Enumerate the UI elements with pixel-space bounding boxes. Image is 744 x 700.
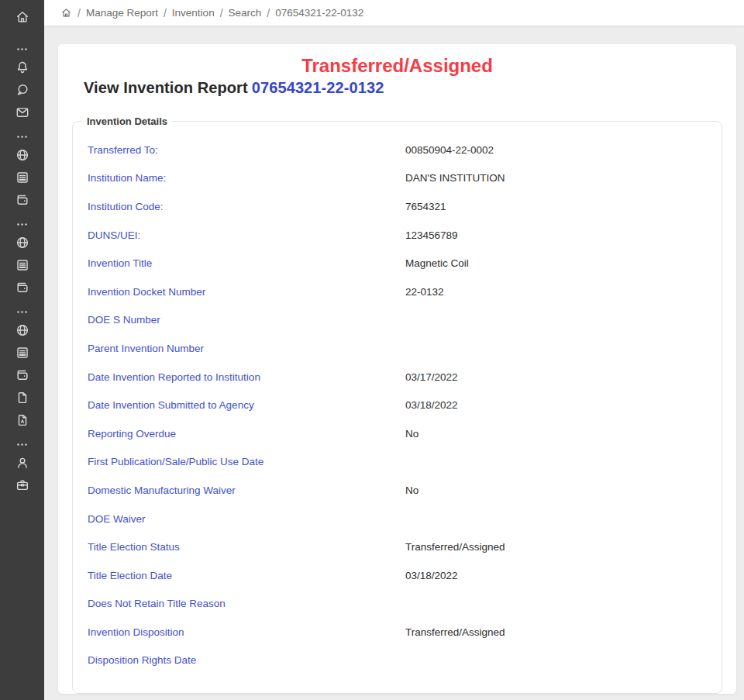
globe-icon [15, 322, 30, 338]
page-title: View Invention Report07654321-22-0132 [84, 79, 736, 97]
field-label: Institution Name: [88, 172, 405, 184]
field-value: 03/18/2022 [405, 570, 722, 581]
detail-row: Invention Title Magnetic Coil [73, 249, 722, 278]
detail-row: Parent Invention Number [73, 334, 722, 363]
ellipsis-divider-icon [16, 443, 28, 447]
breadcrumb-separator: / [267, 7, 270, 19]
field-value: 00850904-22-0002 [405, 144, 722, 156]
home-icon [15, 9, 30, 25]
mail-icon [15, 105, 30, 120]
detail-row: Disposition Rights Date [73, 647, 722, 675]
detail-row: Title Election Date 03/18/2022 [73, 561, 722, 590]
field-value: 22-0132 [405, 286, 722, 298]
field-label: DUNS/UEI: [88, 229, 405, 241]
sidebar-briefcase-button[interactable] [9, 477, 36, 494]
field-value: Magnetic Coil [405, 257, 722, 269]
sidebar-pdf-file-button[interactable] [9, 412, 36, 429]
field-value: Transferred/Assigned [405, 541, 722, 553]
field-label: Does Not Retain Title Reason [88, 598, 405, 609]
detail-row: DOE S Number [73, 306, 722, 335]
field-value: 7654321 [405, 201, 722, 212]
detail-row: Invention Docket Number 22-0132 [73, 278, 722, 306]
breadcrumb-current: 07654321-22-0132 [275, 7, 363, 19]
sidebar-globe-button[interactable] [9, 322, 36, 339]
field-value: 03/17/2022 [405, 371, 722, 383]
field-label: First Publication/Sale/Public Use Date [88, 456, 405, 467]
person-icon [15, 455, 30, 471]
field-label: Date Invention Submitted to Agency [88, 399, 405, 411]
invention-details-fieldset: Invention Details Transferred To: 008509… [72, 116, 722, 694]
field-label: Domestic Manufacturing Waiver [88, 484, 405, 496]
breadcrumb-separator: / [220, 7, 223, 19]
breadcrumb-link[interactable]: Manage Report [86, 7, 158, 19]
report-number-link[interactable]: 07654321-22-0132 [252, 79, 384, 96]
detail-row: Does Not Retain Title Reason [73, 590, 722, 619]
detail-row: DOE Waiver [73, 505, 722, 533]
detail-row: Title Election Status Transferred/Assign… [73, 533, 722, 561]
field-label: Invention Docket Number [88, 286, 405, 298]
wallet-icon [15, 192, 30, 208]
sidebar-wallet-button[interactable] [9, 367, 36, 384]
field-label: Reporting Overdue [88, 428, 405, 440]
field-label: Transferred To: [88, 144, 405, 156]
sidebar-wallet-button[interactable] [9, 191, 36, 209]
detail-row: First Publication/Sale/Public Use Date [73, 448, 722, 477]
sidebar-document-button[interactable] [9, 169, 36, 186]
detail-row: Date Invention Reported to Institution 0… [73, 363, 722, 391]
chat-icon [15, 82, 30, 98]
field-label: Invention Disposition [88, 626, 405, 638]
sidebar-person-button[interactable] [9, 454, 36, 471]
field-label: Parent Invention Number [88, 343, 405, 354]
detail-row: Institution Name: DAN'S INSTITUTION [73, 164, 722, 193]
sidebar-document-button[interactable] [9, 257, 36, 274]
breadcrumb-separator: / [78, 7, 81, 19]
field-label: Title Election Status [88, 541, 405, 553]
detail-row: Transferred To: 00850904-22-0002 [73, 136, 722, 164]
breadcrumb-home-icon[interactable] [60, 7, 72, 19]
breadcrumb-link[interactable]: Invention [172, 7, 215, 19]
file-icon [15, 390, 30, 405]
wallet-icon [15, 367, 30, 383]
ellipsis-divider-icon [16, 47, 28, 52]
field-label: DOE Waiver [88, 513, 405, 525]
detail-row: Invention Disposition Transferred/Assign… [73, 618, 722, 647]
breadcrumb-separator: / [164, 7, 167, 19]
pdf-file-icon [15, 412, 30, 428]
status-banner: Transferred/Assigned [58, 55, 736, 76]
sidebar-document-button[interactable] [9, 344, 36, 361]
globe-icon [15, 235, 30, 250]
detail-row: Reporting Overdue No [73, 419, 722, 448]
field-label: Disposition Rights Date [88, 654, 405, 666]
detail-row: Institution Code: 7654321 [73, 192, 722, 221]
invention-details-legend: Invention Details [82, 116, 172, 127]
sidebar-globe-button[interactable] [9, 234, 36, 251]
wallet-icon [15, 280, 30, 295]
field-value: 123456789 [405, 229, 722, 241]
sidebar-home-button[interactable] [9, 9, 36, 26]
sidebar-file-button[interactable] [9, 389, 36, 406]
field-value: Transferred/Assigned [405, 626, 722, 638]
detail-row: Domestic Manufacturing Waiver No [73, 476, 722, 505]
sidebar [0, 0, 44, 700]
field-value: 03/18/2022 [405, 399, 722, 411]
breadcrumb-link[interactable]: Search [229, 7, 262, 19]
bell-icon [15, 60, 30, 75]
detail-row: DUNS/UEI: 123456789 [73, 221, 722, 250]
breadcrumb: /Manage Report/Invention/Search/07654321… [60, 7, 363, 19]
report-card: Transferred/Assigned View Invention Repo… [58, 44, 736, 694]
sidebar-bell-button[interactable] [9, 59, 36, 76]
document-icon [15, 345, 30, 360]
field-value: DAN'S INSTITUTION [405, 172, 722, 184]
detail-row: Date Invention Submitted to Agency 03/18… [73, 391, 722, 419]
document-icon [15, 170, 30, 185]
sidebar-mail-button[interactable] [9, 104, 36, 121]
briefcase-icon [15, 478, 30, 493]
sidebar-chat-button[interactable] [9, 81, 36, 98]
globe-icon [15, 147, 30, 163]
field-label: Date Invention Reported to Institution [88, 371, 405, 383]
ellipsis-divider-icon [16, 222, 28, 227]
breadcrumb-bar: /Manage Report/Invention/Search/07654321… [44, 0, 744, 26]
ellipsis-divider-icon [16, 310, 28, 315]
sidebar-globe-button[interactable] [9, 147, 36, 164]
sidebar-wallet-button[interactable] [9, 279, 36, 296]
